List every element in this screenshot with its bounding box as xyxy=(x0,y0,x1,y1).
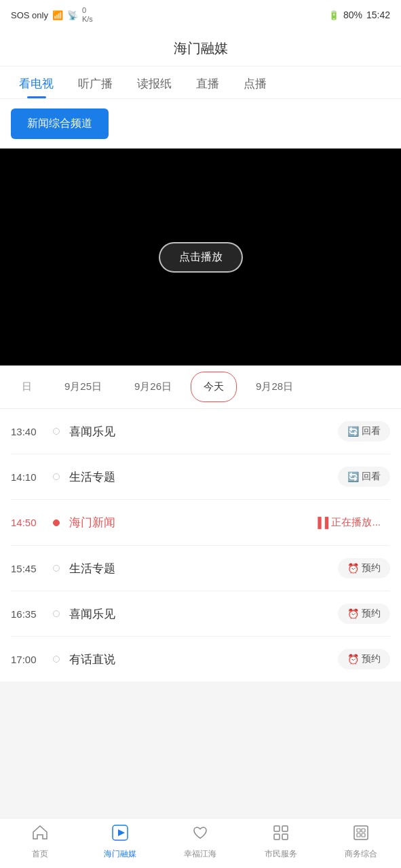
program-list: 13:40 喜闻乐见 🔄 回看 14:10 生活专题 🔄 回看 14:50 海门… xyxy=(0,409,401,682)
prog-dot xyxy=(53,428,60,435)
reserve-icon: ⏰ xyxy=(347,654,359,665)
svg-rect-10 xyxy=(362,833,365,837)
battery-level: 80% xyxy=(343,9,362,20)
nav-citizen[interactable]: 市民服务 xyxy=(261,824,301,860)
status-left: SOS only 📶 📡 0K/s xyxy=(11,6,93,24)
citizen-icon xyxy=(272,824,290,846)
date-selector: 日 9月25日 9月26日 今天 9月28日 xyxy=(0,366,401,409)
nav-home[interactable]: 首页 xyxy=(20,824,60,860)
reserve-icon: ⏰ xyxy=(347,563,359,574)
app-header: 海门融媒 xyxy=(0,30,401,66)
nav-citizen-label: 市民服务 xyxy=(265,848,297,860)
prog-action-reserve[interactable]: ⏰ 预约 xyxy=(338,558,390,578)
nav-haimen[interactable]: 海门融媒 xyxy=(100,824,140,860)
svg-rect-4 xyxy=(274,834,280,840)
nav-happiness-label: 幸福江海 xyxy=(184,848,216,860)
playing-icon: ▐▐ xyxy=(314,517,328,528)
prog-name: 喜闻乐见 xyxy=(69,606,328,622)
program-item-active: 14:50 海门新闻 ▐▐ 正在播放... xyxy=(11,500,390,546)
prog-time: 16:35 xyxy=(11,608,43,620)
replay-icon: 🔄 xyxy=(347,471,359,482)
nav-happiness[interactable]: 幸福江海 xyxy=(180,824,221,860)
prog-time: 13:40 xyxy=(11,426,43,437)
prog-action-replay[interactable]: 🔄 回看 xyxy=(338,467,390,487)
prog-dot xyxy=(53,656,60,663)
svg-rect-8 xyxy=(362,829,365,832)
action-label: 回看 xyxy=(362,425,381,437)
prog-dot-active xyxy=(53,519,60,526)
play-button[interactable]: 点击播放 xyxy=(159,242,243,273)
video-player[interactable]: 点击播放 xyxy=(0,149,401,366)
action-label: 预约 xyxy=(362,608,381,620)
nav-haimen-label: 海门融媒 xyxy=(104,848,136,860)
signal-icon: 📶 xyxy=(52,10,63,20)
date-chip-sep24[interactable]: 日 xyxy=(8,371,45,403)
prog-dot xyxy=(53,610,60,617)
sos-text: SOS only xyxy=(11,10,48,20)
prog-action-reserve[interactable]: ⏰ 预约 xyxy=(338,649,390,669)
app-title: 海门融媒 xyxy=(0,39,401,58)
prog-name: 有话直说 xyxy=(69,652,328,667)
tab-bar: 看电视 听广播 读报纸 直播 点播 xyxy=(0,66,401,99)
prog-name: 生活专题 xyxy=(69,561,328,576)
business-icon xyxy=(352,824,370,846)
prog-action-reserve[interactable]: ⏰ 预约 xyxy=(338,604,390,624)
svg-rect-5 xyxy=(282,834,288,840)
channel-button[interactable]: 新闻综合频道 xyxy=(11,108,109,139)
happiness-icon xyxy=(191,824,209,846)
date-chip-sep28[interactable]: 9月28日 xyxy=(242,371,307,403)
battery-icon: 🔋 xyxy=(328,10,339,20)
haimen-icon xyxy=(111,824,129,846)
action-label: 预约 xyxy=(362,653,381,665)
prog-time: 15:45 xyxy=(11,563,43,574)
prog-time: 17:00 xyxy=(11,654,43,665)
channel-section: 新闻综合频道 xyxy=(0,99,401,149)
prog-name-active: 海门新闻 xyxy=(69,515,295,530)
svg-rect-6 xyxy=(354,826,368,840)
action-label-playing: 正在播放... xyxy=(331,516,381,529)
time-display: 15:42 xyxy=(366,9,390,20)
date-chip-sep26[interactable]: 9月26日 xyxy=(121,371,185,403)
action-label: 回看 xyxy=(362,471,381,483)
prog-dot xyxy=(53,473,60,480)
tab-ondemand[interactable]: 点播 xyxy=(231,66,279,98)
date-chip-sep25[interactable]: 9月25日 xyxy=(51,371,115,403)
program-item: 14:10 生活专题 🔄 回看 xyxy=(11,454,390,500)
wifi-icon: 📡 xyxy=(67,10,78,20)
tab-live[interactable]: 直播 xyxy=(184,66,231,98)
bottom-nav: 首页 海门融媒 幸福江海 市民服务 xyxy=(0,818,401,868)
action-label: 预约 xyxy=(362,562,381,574)
prog-dot xyxy=(53,565,60,572)
date-chip-today[interactable]: 今天 xyxy=(191,372,237,402)
svg-rect-9 xyxy=(357,833,360,837)
home-icon xyxy=(31,824,49,846)
nav-business[interactable]: 商务综合 xyxy=(341,824,381,860)
tab-watch-tv[interactable]: 看电视 xyxy=(7,66,66,98)
svg-rect-7 xyxy=(357,829,360,832)
program-item: 16:35 喜闻乐见 ⏰ 预约 xyxy=(11,591,390,637)
nav-business-label: 商务综合 xyxy=(345,848,377,860)
reserve-icon: ⏰ xyxy=(347,608,359,619)
prog-time: 14:10 xyxy=(11,471,43,483)
program-item: 17:00 有话直说 ⏰ 预约 xyxy=(11,637,390,682)
tab-radio[interactable]: 听广播 xyxy=(66,66,125,98)
replay-icon: 🔄 xyxy=(347,426,359,437)
prog-name: 喜闻乐见 xyxy=(69,424,328,439)
prog-time-active: 14:50 xyxy=(11,517,43,528)
svg-rect-2 xyxy=(274,826,280,831)
prog-name: 生活专题 xyxy=(69,469,328,485)
prog-action-playing[interactable]: ▐▐ 正在播放... xyxy=(305,512,390,533)
svg-marker-1 xyxy=(118,829,125,836)
svg-rect-3 xyxy=(282,826,288,831)
status-bar: SOS only 📶 📡 0K/s 🔋 80% 15:42 xyxy=(0,0,401,30)
program-item: 13:40 喜闻乐见 🔄 回看 xyxy=(11,409,390,454)
prog-action-replay[interactable]: 🔄 回看 xyxy=(338,421,390,441)
program-item: 15:45 生活专题 ⏰ 预约 xyxy=(11,546,390,591)
data-speed: 0K/s xyxy=(82,6,93,24)
tab-newspaper[interactable]: 读报纸 xyxy=(125,66,184,98)
nav-home-label: 首页 xyxy=(32,848,48,860)
status-right: 🔋 80% 15:42 xyxy=(328,9,390,20)
